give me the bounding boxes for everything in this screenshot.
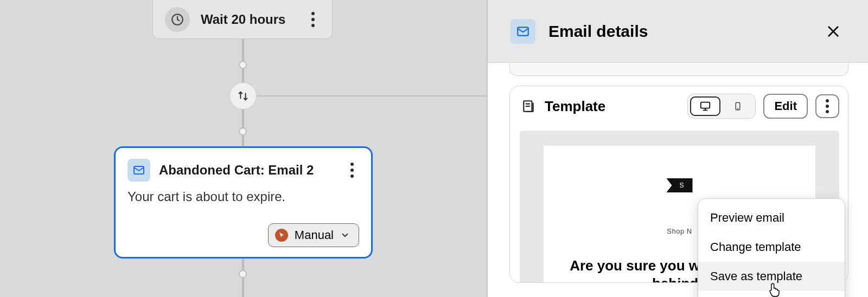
kebab-icon xyxy=(820,99,834,113)
email-node-menu-button[interactable] xyxy=(345,159,359,181)
wait-node-menu-button[interactable] xyxy=(306,9,320,30)
menu-item-change-template[interactable]: Change template xyxy=(698,233,845,262)
cursor-icon xyxy=(275,229,288,242)
mobile-preview-button[interactable] xyxy=(723,96,753,116)
svg-point-6 xyxy=(738,108,738,109)
email-node-description: Your cart is about to expire. xyxy=(127,189,359,223)
connector-node[interactable] xyxy=(239,61,247,69)
edit-label: Edit xyxy=(774,99,797,113)
desktop-icon xyxy=(699,100,711,112)
workflow-canvas[interactable]: Wait 20 hours Abandoned Cart: Email 2 Yo… xyxy=(0,0,487,297)
clock-icon xyxy=(165,7,190,32)
desktop-preview-button[interactable] xyxy=(690,96,720,116)
email-details-panel: Email details Template xyxy=(487,0,868,297)
edit-template-button[interactable]: Edit xyxy=(763,94,808,119)
chevron-down-icon xyxy=(340,230,350,240)
device-toggle xyxy=(687,94,756,119)
preview-banner: S xyxy=(666,178,692,192)
close-icon xyxy=(826,24,841,39)
swap-icon xyxy=(237,90,249,102)
connector-node[interactable] xyxy=(239,270,247,278)
panel-header: Email details xyxy=(488,0,868,63)
collapsed-section[interactable] xyxy=(509,63,848,76)
wait-node-card[interactable]: Wait 20 hours xyxy=(152,0,333,39)
branch-line xyxy=(257,95,488,96)
segment-button[interactable]: Manual xyxy=(268,223,359,247)
svg-rect-4 xyxy=(701,102,710,108)
segment-label: Manual xyxy=(295,228,334,242)
email-icon xyxy=(127,159,150,182)
menu-item-edit-plaintext[interactable]: Edit plain text version xyxy=(698,291,845,297)
wait-node-label: Wait 20 hours xyxy=(201,12,295,27)
template-menu-dropdown: Preview email Change template Save as te… xyxy=(698,198,845,297)
email-node-title: Abandoned Cart: Email 2 xyxy=(159,163,336,178)
merge-node[interactable] xyxy=(229,82,257,109)
email-icon xyxy=(510,19,535,44)
email-node-card[interactable]: Abandoned Cart: Email 2 Your cart is abo… xyxy=(114,146,373,259)
panel-title: Email details xyxy=(548,22,810,41)
template-label: Template xyxy=(545,98,680,115)
template-icon xyxy=(520,98,537,115)
template-menu-button[interactable] xyxy=(815,94,839,118)
menu-item-preview-email[interactable]: Preview email xyxy=(698,203,845,233)
menu-item-save-as-template[interactable]: Save as template xyxy=(698,262,845,291)
mobile-icon xyxy=(733,100,743,112)
connector-node[interactable] xyxy=(239,127,247,135)
close-button[interactable] xyxy=(824,22,843,41)
